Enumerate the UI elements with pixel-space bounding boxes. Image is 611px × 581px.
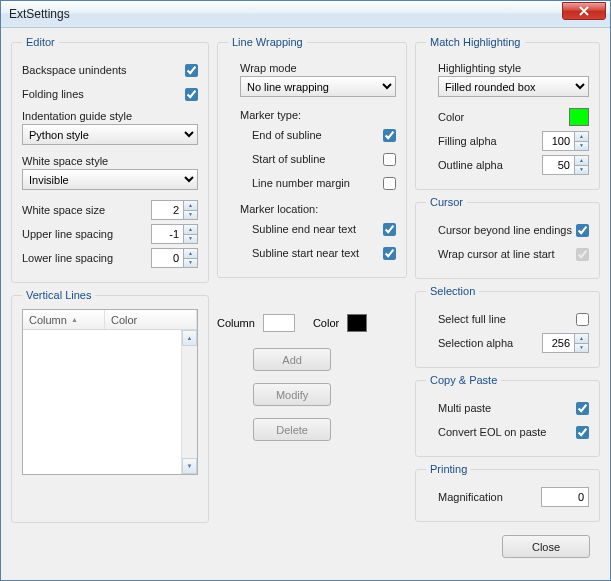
cursor-beyond-label: Cursor beyond line endings bbox=[438, 224, 572, 236]
multi-paste-label: Multi paste bbox=[438, 402, 491, 414]
spin-down-icon[interactable]: ▼ bbox=[184, 259, 197, 268]
spin-up-icon[interactable]: ▲ bbox=[575, 156, 588, 166]
wrap-cursor-checkbox bbox=[576, 248, 589, 261]
match-highlighting-group: Match Highlighting Highlighting style Fi… bbox=[415, 36, 600, 190]
marker-loc-label: Marker location: bbox=[240, 203, 396, 215]
start-subline-checkbox[interactable] bbox=[383, 153, 396, 166]
line-margin-checkbox[interactable] bbox=[383, 177, 396, 190]
line-wrapping-legend: Line Wrapping bbox=[228, 36, 307, 48]
hl-style-label: Highlighting style bbox=[438, 62, 589, 74]
folding-lines-label: Folding lines bbox=[22, 88, 84, 100]
outline-alpha-spinner[interactable]: ▲▼ bbox=[542, 155, 589, 175]
spin-up-icon[interactable]: ▲ bbox=[575, 132, 588, 142]
spin-up-icon[interactable]: ▲ bbox=[184, 225, 197, 235]
vlines-list[interactable]: Column ▲ Color ▲ ▼ bbox=[22, 309, 198, 475]
hl-color-swatch[interactable] bbox=[569, 108, 589, 126]
spin-down-icon[interactable]: ▼ bbox=[575, 142, 588, 151]
window-close-button[interactable] bbox=[562, 2, 606, 20]
wrap-cursor-label: Wrap cursor at line start bbox=[438, 248, 555, 260]
multi-paste-checkbox[interactable] bbox=[576, 402, 589, 415]
match-legend: Match Highlighting bbox=[426, 36, 525, 48]
convert-eol-checkbox[interactable] bbox=[576, 426, 589, 439]
outline-alpha-label: Outline alpha bbox=[438, 159, 503, 171]
sel-alpha-input[interactable] bbox=[542, 333, 574, 353]
vlines-delete-button[interactable]: Delete bbox=[253, 418, 331, 441]
vlines-add-button[interactable]: Add bbox=[253, 348, 331, 371]
magnification-label: Magnification bbox=[438, 491, 503, 503]
select-full-checkbox[interactable] bbox=[576, 313, 589, 326]
spin-up-icon[interactable]: ▲ bbox=[184, 249, 197, 259]
whitespace-size-label: White space size bbox=[22, 204, 105, 216]
vlines-col-column-header[interactable]: Column ▲ bbox=[23, 310, 105, 329]
close-icon bbox=[579, 6, 589, 16]
fill-alpha-label: Filling alpha bbox=[438, 135, 497, 147]
whitespace-size-input[interactable] bbox=[151, 200, 183, 220]
scroll-down-icon[interactable]: ▼ bbox=[182, 458, 197, 474]
wrap-mode-label: Wrap mode bbox=[240, 62, 396, 74]
scroll-track[interactable] bbox=[182, 346, 197, 458]
end-near-label: Subline end near text bbox=[252, 223, 356, 235]
selection-group: Selection Select full line Selection alp… bbox=[415, 285, 600, 368]
spin-down-icon[interactable]: ▼ bbox=[184, 211, 197, 220]
vlines-column-input[interactable] bbox=[263, 314, 295, 332]
spin-down-icon[interactable]: ▼ bbox=[575, 344, 588, 353]
vertical-lines-group: Vertical Lines Column ▲ Color ▲ bbox=[11, 289, 209, 523]
spin-down-icon[interactable]: ▼ bbox=[575, 166, 588, 175]
select-full-label: Select full line bbox=[438, 313, 506, 325]
whitespace-size-spinner[interactable]: ▲▼ bbox=[151, 200, 198, 220]
cursor-group: Cursor Cursor beyond line endings Wrap c… bbox=[415, 196, 600, 279]
start-near-label: Subline start near text bbox=[252, 247, 359, 259]
sort-asc-icon: ▲ bbox=[71, 316, 78, 323]
lower-spacing-input[interactable] bbox=[151, 248, 183, 268]
indent-guide-select[interactable]: Python style bbox=[22, 124, 198, 145]
backspace-unindents-checkbox[interactable] bbox=[185, 64, 198, 77]
vlines-color-label: Color bbox=[313, 317, 339, 329]
scroll-up-icon[interactable]: ▲ bbox=[182, 330, 197, 346]
selection-legend: Selection bbox=[426, 285, 479, 297]
hl-style-select[interactable]: Filled rounded box bbox=[438, 76, 589, 97]
whitespace-style-select[interactable]: Invisible bbox=[22, 169, 198, 190]
copy-legend: Copy & Paste bbox=[426, 374, 501, 386]
marker-type-label: Marker type: bbox=[240, 109, 396, 121]
magnification-input[interactable] bbox=[541, 487, 589, 507]
upper-spacing-spinner[interactable]: ▲▼ bbox=[151, 224, 198, 244]
vlines-modify-button[interactable]: Modify bbox=[253, 383, 331, 406]
titlebar[interactable]: ExtSettings bbox=[1, 1, 610, 28]
fill-alpha-input[interactable] bbox=[542, 131, 574, 151]
vlines-col-color-header[interactable]: Color bbox=[105, 310, 197, 329]
upper-spacing-label: Upper line spacing bbox=[22, 228, 113, 240]
lower-spacing-spinner[interactable]: ▲▼ bbox=[151, 248, 198, 268]
start-near-checkbox[interactable] bbox=[383, 247, 396, 260]
sel-alpha-label: Selection alpha bbox=[438, 337, 513, 349]
vlines-scrollbar[interactable]: ▲ ▼ bbox=[181, 330, 197, 474]
upper-spacing-input[interactable] bbox=[151, 224, 183, 244]
convert-eol-label: Convert EOL on paste bbox=[438, 426, 546, 438]
wrap-mode-select[interactable]: No line wrapping bbox=[240, 76, 396, 97]
spin-down-icon[interactable]: ▼ bbox=[184, 235, 197, 244]
window-title: ExtSettings bbox=[9, 7, 70, 21]
spin-up-icon[interactable]: ▲ bbox=[575, 334, 588, 344]
vlines-list-body[interactable]: ▲ ▼ bbox=[23, 330, 197, 474]
spin-up-icon[interactable]: ▲ bbox=[184, 201, 197, 211]
line-wrapping-group: Line Wrapping Wrap mode No line wrapping… bbox=[217, 36, 407, 278]
start-subline-label: Start of subline bbox=[252, 153, 325, 165]
end-near-checkbox[interactable] bbox=[383, 223, 396, 236]
vertical-lines-legend: Vertical Lines bbox=[22, 289, 95, 301]
vlines-color-swatch[interactable] bbox=[347, 314, 367, 332]
sel-alpha-spinner[interactable]: ▲▼ bbox=[542, 333, 589, 353]
content-area: Editor Backspace unindents Folding lines… bbox=[1, 28, 610, 580]
folding-lines-checkbox[interactable] bbox=[185, 88, 198, 101]
end-subline-checkbox[interactable] bbox=[383, 129, 396, 142]
editor-legend: Editor bbox=[22, 36, 59, 48]
cursor-beyond-checkbox[interactable] bbox=[576, 224, 589, 237]
vlines-editor: Column Color Add Modify Delete bbox=[217, 286, 407, 447]
end-subline-label: End of subline bbox=[252, 129, 322, 141]
vlines-column-label: Column bbox=[217, 317, 255, 329]
printing-group: Printing Magnification bbox=[415, 463, 600, 522]
close-button[interactable]: Close bbox=[502, 535, 590, 558]
printing-legend: Printing bbox=[426, 463, 471, 475]
fill-alpha-spinner[interactable]: ▲▼ bbox=[542, 131, 589, 151]
outline-alpha-input[interactable] bbox=[542, 155, 574, 175]
lower-spacing-label: Lower line spacing bbox=[22, 252, 113, 264]
hl-color-label: Color bbox=[438, 111, 464, 123]
